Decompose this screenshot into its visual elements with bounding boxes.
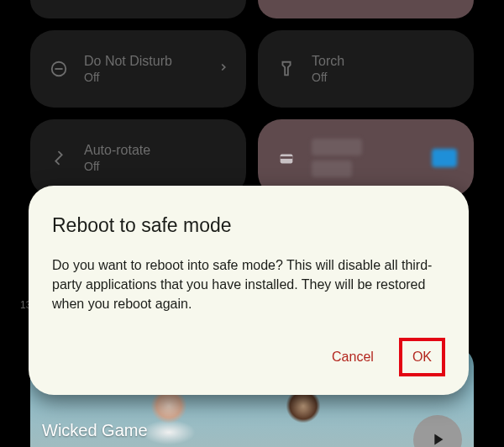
torch-title: Torch: [312, 54, 344, 69]
torch-icon: [275, 57, 298, 81]
ok-highlight: OK: [399, 338, 445, 376]
svg-rect-2: [281, 154, 293, 163]
dialog-title: Reboot to safe mode: [52, 214, 445, 237]
autorotate-icon: [47, 146, 71, 170]
dialog-body: Do you want to reboot into safe mode? Th…: [52, 255, 445, 314]
svg-rect-3: [281, 156, 293, 159]
qs-tile-partial-left[interactable]: [30, 0, 246, 18]
qs-tile-dnd[interactable]: Do Not Disturb Off: [30, 30, 246, 108]
chevron-right-icon: [218, 61, 229, 76]
wallet-text-redacted: [312, 139, 362, 177]
cancel-button[interactable]: Cancel: [328, 343, 377, 371]
dnd-sub: Off: [84, 71, 172, 84]
quick-settings-screen: Do Not Disturb Off Torch Off Auto-rotate…: [0, 0, 504, 447]
play-button[interactable]: [413, 415, 462, 447]
dnd-icon: [47, 57, 71, 81]
qs-tile-partial-right[interactable]: [258, 0, 474, 18]
media-track-title: Wicked Game: [42, 421, 148, 440]
rotate-sub: Off: [84, 160, 150, 173]
wallet-icon: [275, 146, 298, 170]
rotate-title: Auto-rotate: [84, 143, 150, 158]
torch-sub: Off: [312, 71, 344, 84]
qs-tile-torch[interactable]: Torch Off: [258, 30, 474, 108]
wallet-card-thumb: [432, 149, 457, 167]
ok-button[interactable]: OK: [409, 343, 435, 371]
media-art-figure: [265, 388, 341, 447]
dnd-title: Do Not Disturb: [84, 54, 172, 69]
safe-mode-dialog: Reboot to safe mode Do you want to reboo…: [29, 186, 469, 395]
